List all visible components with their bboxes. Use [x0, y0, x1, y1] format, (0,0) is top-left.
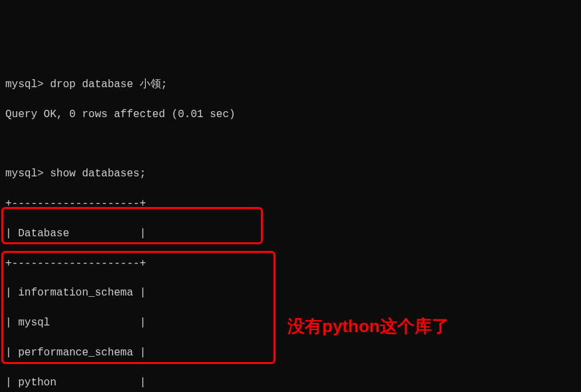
prompt: mysql> [5, 79, 44, 91]
prompt-line: mysql> show databases; [5, 166, 576, 181]
prompt-line: mysql> drop database 小领; [5, 77, 576, 92]
command: drop database 小领; [50, 79, 167, 91]
table-row: | performance_schema | [5, 345, 576, 360]
table-header: | Database | [5, 226, 576, 241]
annotation-text: 没有python这个库了 [288, 314, 449, 338]
table-row: | python | [5, 375, 576, 390]
prompt: mysql> [5, 168, 44, 180]
table-row: | information_schema | [5, 286, 576, 300]
table-border: +--------------------+ [5, 196, 576, 211]
terminal-output[interactable]: mysql> drop database 小领; Query OK, 0 row… [5, 63, 576, 392]
result-line: Query OK, 0 rows affected (0.01 sec) [5, 107, 576, 122]
command: show databases; [50, 168, 146, 180]
table-border: +--------------------+ [5, 256, 576, 271]
blank-line [5, 137, 576, 152]
